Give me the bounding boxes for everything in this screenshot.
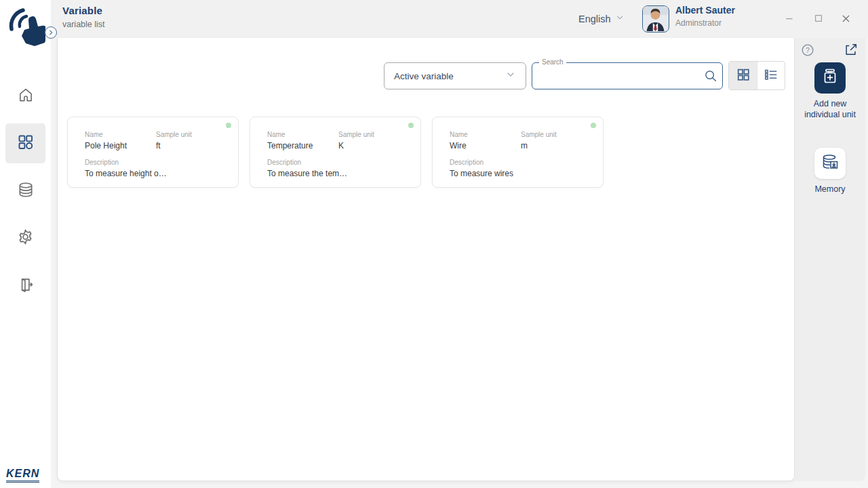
variable-unit: m [521, 141, 557, 150]
user-name: Albert Sauter [675, 5, 735, 16]
expand-icon[interactable] [844, 42, 859, 57]
top-bar: Variable variable list English Albert Sa… [51, 0, 868, 38]
sidebar-item-home[interactable] [5, 76, 45, 116]
chevron-down-icon [615, 13, 625, 25]
page-title: Variable [62, 5, 105, 16]
add-individual-unit-button[interactable] [814, 62, 846, 94]
window-close-button[interactable] [836, 9, 855, 28]
variable-filter-value: Active variable [394, 71, 454, 81]
add-individual-unit-label: Add new individual unit [801, 98, 859, 120]
variable-name: Pole Height [85, 141, 156, 150]
variable-unit: ft [156, 141, 192, 150]
memory-action: Memory [795, 148, 865, 195]
database-icon [17, 181, 35, 201]
variable-card[interactable]: Name Wire Sample unit m Description To m… [432, 117, 604, 188]
svg-text:?: ? [806, 47, 810, 54]
window-minimize-button[interactable] [780, 9, 799, 28]
unit-label: Sample unit [156, 131, 192, 138]
search-input[interactable] [532, 63, 699, 89]
app-logo-icon [6, 5, 45, 50]
sidebar-expand-button[interactable] [45, 26, 57, 39]
description-label: Description [267, 159, 412, 166]
sidebar-item-settings[interactable] [5, 218, 45, 258]
weight-plus-icon [820, 66, 840, 89]
user-info[interactable]: Albert Sauter Adminstrator [675, 5, 735, 28]
memory-button[interactable] [814, 148, 846, 179]
variable-filter-dropdown[interactable]: Active variable [384, 62, 526, 89]
grid-view-icon [736, 67, 751, 85]
right-action-panel: ? Add new individual unit [795, 38, 865, 481]
unit-label: Sample unit [521, 131, 557, 138]
unit-label: Sample unit [338, 131, 374, 138]
variable-name: Temperature [267, 141, 338, 150]
main-content-panel: Active variable Search [57, 38, 795, 481]
variable-description: To measure wires [450, 169, 595, 178]
status-dot [591, 123, 596, 128]
name-label: Name [267, 131, 338, 138]
name-label: Name [85, 131, 156, 138]
chevron-down-icon [505, 69, 516, 83]
avatar[interactable] [642, 5, 669, 33]
variable-card[interactable]: Name Pole Height Sample unit ft Descript… [67, 117, 239, 188]
variable-unit: K [338, 141, 374, 150]
sidebar-item-database[interactable] [5, 171, 45, 211]
home-icon [17, 86, 35, 106]
list-view-icon [764, 67, 778, 85]
memory-label: Memory [801, 184, 859, 195]
logout-door-icon [17, 276, 35, 296]
search-field-label: Search [539, 58, 566, 66]
name-label: Name [450, 131, 521, 138]
help-icon[interactable]: ? [800, 43, 815, 58]
dashboard-grid-icon [16, 133, 35, 154]
window-maximize-button[interactable] [809, 9, 828, 28]
language-value: English [578, 14, 611, 24]
sidebar-item-logout[interactable] [5, 266, 45, 306]
search-field: Search [532, 62, 723, 89]
page-header: Variable variable list [62, 5, 105, 29]
settings-gear-icon [16, 228, 35, 249]
description-label: Description [85, 159, 230, 166]
status-dot [408, 123, 414, 128]
left-sidebar: KERN [0, 0, 51, 488]
description-label: Description [450, 159, 595, 166]
search-icon[interactable] [699, 68, 722, 83]
user-role: Adminstrator [675, 18, 735, 28]
grid-view-button[interactable] [729, 62, 757, 89]
memory-database-icon [821, 152, 840, 174]
language-selector[interactable]: English [578, 0, 625, 38]
sidebar-item-variables[interactable] [5, 123, 45, 163]
page-subtitle: variable list [62, 20, 105, 29]
variable-description: To measure the tem… [267, 169, 412, 178]
variable-description: To measure height o… [85, 169, 230, 178]
variable-card[interactable]: Name Temperature Sample unit K Descripti… [250, 117, 421, 188]
status-dot [226, 123, 231, 128]
list-view-button[interactable] [757, 62, 785, 89]
variable-name: Wire [450, 141, 521, 150]
view-toggle [728, 61, 785, 90]
kern-brand-logo: KERN [6, 468, 39, 483]
add-individual-unit-action: Add new individual unit [795, 62, 865, 120]
